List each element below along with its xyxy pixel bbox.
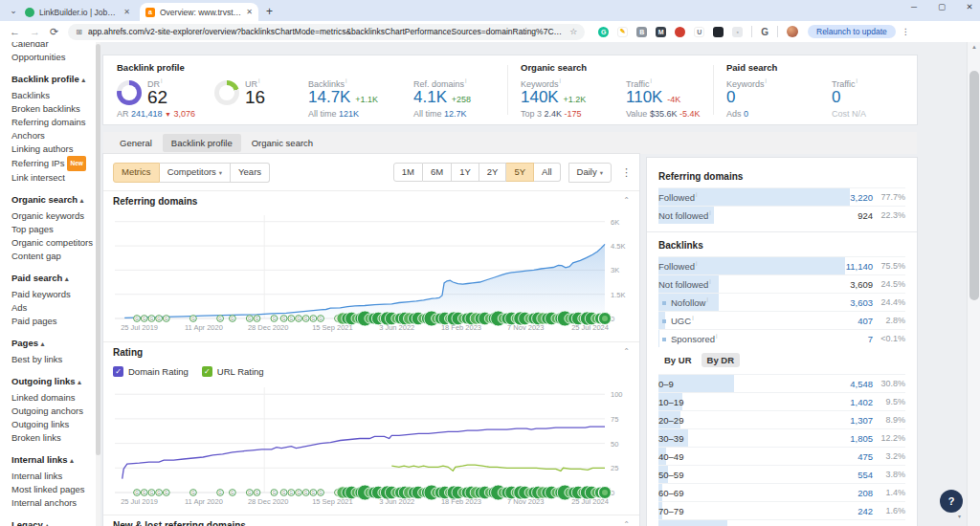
sidebar-item-content-gap[interactable]: Content gap [11, 250, 100, 263]
row-value[interactable]: 1,307 [850, 415, 873, 426]
referring-domains-chart[interactable]: 6K4.5K3K1.5K0GGGGGGGGGGGGGGGGGG25 Jul 20… [107, 211, 635, 336]
collapse-chevron-icon[interactable]: ⌃ [623, 520, 630, 526]
site-info-icon[interactable]: ⊞ [76, 28, 82, 36]
sidebar-item-top-pages[interactable]: Top pages [11, 223, 100, 236]
puzzle-extensions-icon[interactable]: ◦ [732, 27, 743, 37]
rating-chart[interactable]: 1007550250GGGGGGGGGGGGGGGGGG25 Jul 20191… [107, 384, 635, 510]
highlighter-icon[interactable]: ✎ [617, 27, 628, 37]
tab-backlink-profile[interactable]: Backlink profile [163, 134, 241, 152]
new-tab-button[interactable]: + [266, 5, 273, 18]
profile-avatar[interactable] [787, 26, 798, 37]
range-5y-button[interactable]: 5Y [506, 163, 534, 182]
sidebar-section-header[interactable]: Pages ▴ [11, 337, 100, 350]
sidebar-section-header[interactable]: Outgoing links ▴ [11, 375, 100, 388]
sidebar-item-referring-domains[interactable]: Referring domains [11, 116, 100, 129]
row-value[interactable]: 3,603 [850, 297, 873, 308]
org-keywords-value[interactable]: 140K +1.2K [521, 88, 586, 107]
relaunch-button[interactable]: Relaunch to update [808, 25, 896, 38]
sidebar-item-calendar[interactable]: Calendar [11, 42, 100, 51]
paid-keywords-value[interactable]: 0 [726, 88, 735, 107]
legend-url-rating[interactable]: ✓URL Rating [202, 366, 264, 377]
maximize-icon[interactable]: ▢ [937, 2, 947, 11]
backlinks-value[interactable]: 14.7K +1.1K [308, 88, 378, 107]
sidebar-item-organic-keywords[interactable]: Organic keywords [11, 209, 100, 223]
range-1m-button[interactable]: 1M [393, 163, 423, 182]
sidebar-item-anchors[interactable]: Anchors [11, 129, 100, 142]
minimize-icon[interactable]: ─ [909, 2, 919, 11]
range-2y-button[interactable]: 2Y [479, 163, 507, 182]
tab-close-icon[interactable]: ✕ [246, 8, 253, 16]
url-bar[interactable]: ⊞ app.ahrefs.com/v2-site-explorer/overvi… [68, 24, 585, 40]
chart-menu-icon[interactable]: ⋮ [621, 166, 632, 179]
m-extension-icon[interactable]: M [656, 27, 666, 37]
sidebar-item-broken-backlinks[interactable]: Broken backlinks [11, 102, 100, 116]
browser-tab-inactive[interactable]: LinkBuilder.io | JobSage ✕ [19, 3, 136, 21]
sidebar-item-linked-domains[interactable]: Linked domains [11, 391, 100, 405]
sidebar-item-outgoing-links[interactable]: Outgoing links [11, 418, 100, 431]
sidebar-item-referring-ips[interactable]: Referring IPsNew [11, 156, 100, 171]
collapse-chevron-icon[interactable]: ⌃ [623, 196, 630, 205]
b-extension-icon[interactable]: B [636, 27, 647, 37]
sidebar-item-paid-pages[interactable]: Paid pages [11, 315, 100, 328]
back-icon[interactable]: ← [10, 26, 20, 37]
range-1y-button[interactable]: 1Y [452, 163, 479, 182]
grammarly-icon[interactable]: G [598, 27, 609, 37]
years-button[interactable]: Years [231, 163, 270, 183]
range-all-button[interactable]: All [534, 163, 561, 182]
red-extension-icon[interactable] [675, 27, 685, 37]
sidebar-section-header[interactable]: Organic search ▴ [11, 193, 100, 207]
page-scrollbar[interactable]: ▲ [967, 42, 980, 526]
collapse-chevron-icon[interactable]: ⌃ [623, 347, 630, 356]
forward-icon[interactable]: → [30, 26, 40, 37]
row-value[interactable]: 475 [858, 451, 873, 462]
g-icon[interactable]: G [761, 27, 768, 37]
sidebar-item-outgoing-anchors[interactable]: Outgoing anchors [11, 405, 100, 418]
scrollbar-thumb[interactable] [969, 71, 979, 300]
dark-extension-icon[interactable] [713, 27, 724, 37]
help-button[interactable]: ? [940, 490, 963, 513]
row-value[interactable]: 4,548 [850, 379, 873, 389]
bookmark-star-icon[interactable]: ☆ [569, 27, 577, 36]
legend-domain-rating[interactable]: ✓Domain Rating [113, 366, 189, 377]
row-value[interactable]: 208 [858, 488, 873, 498]
row-value[interactable]: 1,402 [850, 397, 873, 407]
sidebar-item-backlinks[interactable]: Backlinks [11, 89, 100, 102]
reload-icon[interactable]: ⟳ [50, 26, 58, 38]
sidebar-item-opportunities[interactable]: Opportunities [11, 51, 100, 64]
metrics-button[interactable]: Metrics [113, 163, 160, 183]
sidebar-section-header[interactable]: Backlink profile ▴ [11, 73, 100, 86]
browser-menu-icon[interactable]: ⋮ [902, 27, 910, 36]
sidebar-item-internal-links[interactable]: Internal links [11, 470, 100, 483]
sidebar-section-header[interactable]: Legacy ▴ [11, 518, 100, 526]
sidebar-section-header[interactable]: Paid search ▴ [11, 272, 100, 285]
sidebar-item-best-by-links[interactable]: Best by links [11, 353, 100, 366]
sidebar-item-ads[interactable]: Ads [11, 301, 100, 315]
sidebar-item-linking-authors[interactable]: Linking authors [11, 142, 100, 156]
sidebar-item-most-linked-pages[interactable]: Most linked pages [11, 483, 100, 496]
sidebar-scrollbar[interactable] [96, 42, 100, 526]
close-icon[interactable]: ✕ [965, 2, 974, 11]
range-6m-button[interactable]: 6M [423, 163, 452, 182]
checkbox-icon[interactable]: ✓ [202, 366, 212, 377]
sidebar-section-header[interactable]: Internal links ▴ [11, 453, 100, 467]
refdomains-value[interactable]: 4.1K +258 [413, 88, 471, 107]
row-value[interactable]: 1,805 [850, 433, 873, 444]
granularity-dropdown[interactable]: Daily▾ [568, 163, 612, 183]
sidebar-item-organic-competitors[interactable]: Organic competitors [11, 236, 100, 250]
u-extension-icon[interactable]: U [694, 27, 704, 37]
sidebar-item-paid-keywords[interactable]: Paid keywords [11, 288, 100, 301]
row-value[interactable]: 11,140 [846, 261, 873, 272]
row-value[interactable]: 554 [858, 470, 873, 480]
sidebar-item-link-intersect[interactable]: Link intersect [11, 171, 100, 185]
row-value[interactable]: 242 [858, 506, 873, 516]
paid-traffic-value[interactable]: 0 [832, 88, 840, 107]
tab-general[interactable]: General [111, 134, 161, 152]
toggle-by-ur[interactable]: By UR [658, 353, 698, 367]
ar-value[interactable]: 241,418 [131, 109, 163, 119]
checkbox-icon[interactable]: ✓ [113, 366, 123, 377]
tab-organic-search[interactable]: Organic search [243, 134, 322, 152]
browser-tab-active[interactable]: a Overview: www.trvst.world/ - A ✕ [140, 3, 258, 21]
sidebar-item-internal-anchors[interactable]: Internal anchors [11, 496, 100, 510]
competitors-button[interactable]: Competitors▾ [160, 163, 231, 183]
row-value[interactable]: 3,220 [850, 192, 873, 203]
